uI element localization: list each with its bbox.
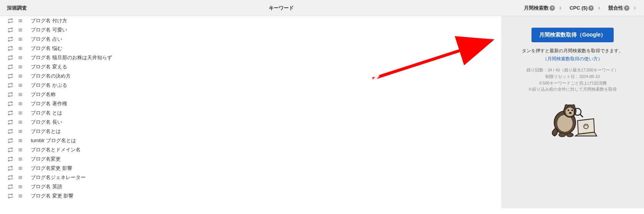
retweet-icon[interactable] (7, 46, 14, 51)
menu-icon[interactable] (17, 92, 24, 97)
keyword-row: ブログ名称 (0, 90, 501, 99)
keyword-text[interactable]: ブログ名 かぶる (31, 82, 67, 89)
retweet-icon[interactable] (7, 110, 14, 116)
note-1: ※500キーワードごと切上げ1回消費 (526, 80, 619, 86)
menu-icon[interactable] (17, 101, 24, 106)
side-description: タンを押すと最新の月間検索数を取得できます。 (522, 48, 623, 54)
retweet-icon[interactable] (7, 166, 14, 171)
menu-icon[interactable] (17, 73, 24, 79)
column-monthly-search[interactable]: 月間検索数 ? ▲▼ (520, 5, 566, 12)
sort-icon[interactable]: ▲▼ (598, 6, 601, 10)
keyword-text[interactable]: ブログ名 とは (31, 109, 62, 116)
retweet-icon[interactable] (7, 64, 14, 70)
keyword-text[interactable]: tumblr ブログ名とは (31, 137, 76, 144)
keyword-row: ブログ名 猫旦那のお株は天井知らず (0, 53, 501, 62)
retweet-icon[interactable] (7, 184, 14, 189)
keyword-row: ブログ名 変える (0, 62, 501, 71)
keyword-text[interactable]: ブログ名 可愛い (31, 27, 67, 33)
menu-icon[interactable] (17, 156, 24, 162)
sort-icon[interactable]: ▲▼ (559, 6, 562, 10)
keyword-list: ブログ名 付け方ブログ名 可愛いブログ名 占いブログ名 悩むブログ名 猫旦那のお… (0, 16, 501, 208)
menu-icon[interactable] (17, 55, 24, 60)
menu-icon[interactable] (17, 184, 24, 189)
keyword-text[interactable]: ブログ名 変更 影響 (31, 192, 73, 199)
menu-icon[interactable] (17, 147, 24, 153)
menu-icon[interactable] (17, 193, 24, 199)
keyword-row: ブログ名とは (0, 127, 501, 136)
retweet-icon[interactable] (7, 92, 14, 97)
keyword-text[interactable]: ブログ名ジェネレーター (31, 174, 86, 181)
cpc-label: CPC ($) (570, 5, 588, 11)
menu-icon[interactable] (17, 110, 24, 116)
keyword-row: ブログ名ジェネレーター (0, 173, 501, 182)
menu-icon[interactable] (17, 166, 24, 171)
keyword-row: ブログ名 とは (0, 108, 501, 118)
keyword-row: tumblr ブログ名とは (0, 136, 501, 145)
svg-point-64 (568, 109, 569, 111)
help-icon[interactable]: ? (550, 5, 555, 11)
menu-icon[interactable] (17, 64, 24, 70)
retweet-icon[interactable] (7, 101, 14, 106)
keyword-text[interactable]: ブログ名称 (31, 91, 56, 98)
keyword-row: ブログ名 占い (0, 35, 501, 44)
keyword-row: ブログ名 悩む (0, 44, 501, 53)
retweet-icon[interactable] (7, 73, 14, 79)
keyword-row: ブログ名 英語 (0, 182, 501, 191)
keyword-header-label: キーワード (269, 5, 294, 11)
retweet-icon[interactable] (7, 18, 14, 23)
menu-icon[interactable] (17, 119, 24, 125)
menu-icon[interactable] (17, 138, 24, 143)
retweet-icon[interactable] (7, 119, 14, 125)
content-area: ブログ名 付け方ブログ名 可愛いブログ名 占いブログ名 悩むブログ名 猫旦那のお… (0, 16, 644, 208)
menu-icon[interactable] (17, 36, 24, 42)
svg-point-73 (566, 133, 573, 137)
menu-icon[interactable] (17, 46, 24, 51)
retweet-icon[interactable] (7, 138, 14, 143)
keyword-text[interactable]: ブログ名 付け方 (31, 17, 67, 24)
fetch-monthly-search-button[interactable]: 月間検索数取得（Google） (531, 28, 614, 42)
side-panel: 月間検索数取得（Google） タンを押すと最新の月間検索数を取得できます。 （… (501, 16, 644, 208)
keyword-row: ブログ名変更 影響 (0, 164, 501, 173)
menu-icon[interactable] (17, 129, 24, 134)
keyword-text[interactable]: ブログ名 長い (31, 119, 62, 126)
keyword-text[interactable]: ブログ名 悩む (31, 45, 62, 52)
keyword-text[interactable]: ブログ名 英語 (31, 183, 62, 190)
keyword-row: ブログ名 変更 影響 (0, 191, 501, 201)
keyword-text[interactable]: ブログ名の決め方 (31, 73, 71, 80)
column-investigate: 深堀調査 (4, 5, 42, 12)
help-icon[interactable]: ? (588, 5, 594, 11)
keyword-text[interactable]: ブログ名変更 (31, 156, 61, 163)
retweet-icon[interactable] (7, 193, 14, 199)
keyword-text[interactable]: ブログ名変更 影響 (31, 165, 72, 172)
keyword-text[interactable]: ブログ名 変える (31, 63, 67, 70)
retweet-icon[interactable] (7, 156, 14, 162)
keyword-text[interactable]: ブログ名 猫旦那のお株は天井知らず (31, 54, 112, 61)
menu-icon[interactable] (17, 27, 24, 33)
table-header: 深堀調査 キーワード 月間検索数 ? ▲▼ CPC ($) ? ▲▼ 競合性 ?… (0, 0, 644, 16)
menu-icon[interactable] (17, 83, 24, 88)
retweet-icon[interactable] (7, 129, 14, 134)
svg-point-72 (559, 133, 566, 137)
keyword-row: ブログ名 付け方 (0, 16, 501, 25)
retweet-icon[interactable] (7, 27, 14, 33)
retweet-icon[interactable] (7, 175, 14, 180)
keyword-row: ブログ名 可愛い (0, 25, 501, 35)
keyword-text[interactable]: ブログ名とドメイン名 (31, 146, 81, 153)
svg-point-68 (572, 105, 575, 108)
retweet-icon[interactable] (7, 147, 14, 153)
sort-icon[interactable]: ▲▼ (633, 6, 636, 10)
retweet-icon[interactable] (7, 83, 14, 88)
retweet-icon[interactable] (7, 55, 14, 60)
help-icon[interactable]: ? (624, 5, 629, 11)
keyword-text[interactable]: ブログ名 著作権 (31, 100, 67, 107)
menu-icon[interactable] (17, 18, 24, 23)
retweet-icon[interactable] (7, 36, 14, 42)
keyword-row: ブログ名とドメイン名 (0, 145, 501, 154)
column-competition[interactable]: 競合性 ? ▲▼ (604, 5, 640, 12)
keyword-text[interactable]: ブログ名とは (31, 128, 61, 135)
help-link[interactable]: （月間検索数取得の使い方） (543, 56, 603, 62)
investigate-label: 深堀調査 (7, 5, 27, 11)
column-cpc[interactable]: CPC ($) ? ▲▼ (566, 5, 604, 11)
menu-icon[interactable] (17, 175, 24, 180)
keyword-text[interactable]: ブログ名 占い (31, 36, 62, 43)
